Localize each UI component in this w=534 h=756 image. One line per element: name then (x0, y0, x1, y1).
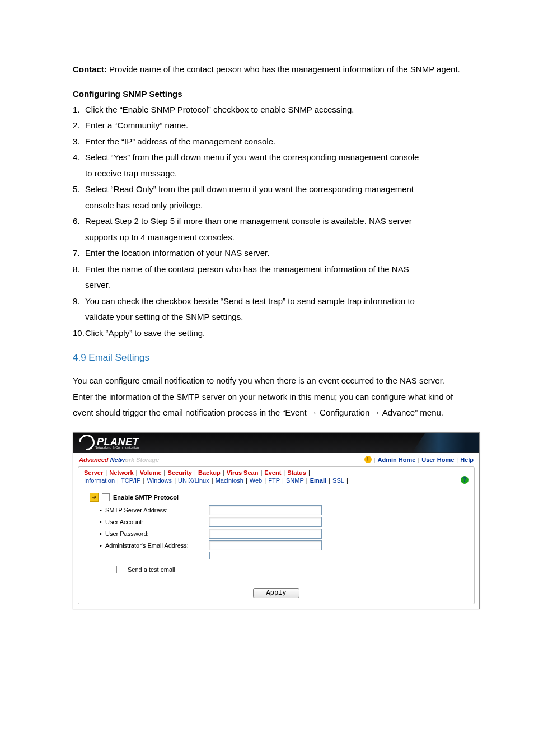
primary-tab[interactable]: Event (264, 469, 281, 476)
row-admin-email-2 (209, 552, 463, 559)
section-divider (73, 367, 461, 367)
row-test-email: Send a test email (116, 566, 463, 573)
label-smtp-address: SMTP Server Address: (105, 507, 209, 514)
step-item: 2. Enter a “Community” name. (73, 118, 461, 134)
contact-text: Provide name of the contact person who h… (107, 64, 460, 74)
form-area: ➔ Enable SMTP Protocol • SMTP Server Add… (78, 487, 474, 581)
apply-button[interactable]: Apply (253, 588, 299, 598)
primary-tab[interactable]: Security (168, 469, 192, 476)
label-user-account: User Account: (105, 519, 209, 525)
label-user-password: User Password: (105, 530, 209, 537)
secondary-tabs: Information | TCP/IP | Windows | UNIX/Li… (78, 476, 474, 487)
screenshot-subheader: Advanced Network Storage ! | Admin Home … (73, 453, 479, 466)
test-email-checkbox[interactable] (116, 566, 124, 573)
header-swoosh (412, 433, 479, 453)
secondary-tab[interactable]: Email (310, 477, 326, 484)
section-body-email: You can configure email notification to … (73, 373, 461, 421)
secondary-tab[interactable]: FTP (268, 477, 280, 484)
link-user-home[interactable]: User Home (421, 456, 454, 463)
secondary-tab[interactable]: SSL (332, 477, 344, 484)
step-item-continuation: server. (73, 277, 461, 293)
step-item: 5. Select “Read Only” from the pull down… (73, 181, 461, 198)
step-item: 7. Enter the location information of you… (73, 245, 461, 262)
primary-tab[interactable]: Status (287, 469, 306, 476)
step-item: 1. Click the “Enable SNMP Protocol” chec… (73, 102, 461, 118)
screenshot-email-settings: PLANET Networking & Communication Advanc… (73, 432, 480, 609)
settings-panel: Server | Network | Volume | Security | B… (78, 466, 475, 604)
step-item-continuation: supports up to 4 management consoles. (73, 230, 461, 246)
step-item: 4. Select “Yes” from the pull down menu … (73, 150, 461, 166)
primary-tab[interactable]: Volume (140, 469, 162, 476)
primary-tab[interactable]: Server (84, 469, 103, 476)
brand-title: Advanced Network Storage (79, 456, 159, 463)
input-admin-email-2[interactable] (209, 552, 210, 559)
step-item-continuation: validate your setting of the SNMP settin… (73, 309, 461, 325)
subheading-configuring: Configuring SNMP Settings (73, 89, 461, 99)
row-user-account: • User Account: (100, 517, 463, 527)
input-admin-email-1[interactable] (209, 540, 322, 550)
secondary-tab[interactable]: Macintosh (216, 477, 243, 484)
enable-smtp-row: ➔ Enable SMTP Protocol (90, 493, 463, 502)
step-item: 3. Enter the “IP” address of the managem… (73, 134, 461, 150)
apply-row: Apply (78, 581, 474, 604)
section-heading-email: 4.9 Email Settings (73, 352, 461, 363)
step-item: 8. Enter the name of the contact person … (73, 262, 461, 278)
row-smtp-address: • SMTP Server Address: (100, 505, 463, 515)
row-user-password: • User Password: (100, 529, 463, 539)
step-item-continuation: console has read only privilege. (73, 198, 461, 214)
secondary-tab[interactable]: Information (84, 477, 115, 484)
secondary-tab[interactable]: Windows (147, 477, 172, 484)
contact-paragraph: Contact: Provide name of the contact per… (73, 62, 461, 78)
primary-tab[interactable]: Virus Scan (227, 469, 259, 476)
step-item: 6. Repeat Step 2 to Step 5 if more than … (73, 213, 461, 230)
row-admin-email: • Administrator's Email Address: (100, 540, 463, 550)
link-admin-home[interactable]: Admin Home (378, 456, 416, 463)
primary-tab[interactable]: Network (109, 469, 133, 476)
input-user-password[interactable] (209, 529, 322, 539)
secondary-tab[interactable]: SNMP (286, 477, 304, 484)
enable-smtp-checkbox[interactable] (102, 493, 110, 501)
screenshot-header: PLANET Networking & Communication (73, 433, 479, 453)
test-email-label: Send a test email (128, 566, 175, 573)
step-item: 10. Click “Apply” to save the setting. (73, 325, 461, 342)
alert-icon[interactable]: ! (364, 456, 372, 463)
primary-tabs: Server | Network | Volume | Security | B… (78, 467, 474, 476)
steps-list: 1. Click the “Enable SNMP Protocol” chec… (73, 102, 461, 342)
contact-label: Contact: (73, 64, 107, 74)
enable-smtp-label: Enable SMTP Protocol (113, 494, 179, 501)
logo-swirl-icon (76, 431, 97, 453)
logo-tagline: Networking & Communication (95, 446, 139, 449)
help-icon[interactable]: ? (461, 476, 469, 484)
secondary-tab[interactable]: Web (250, 477, 262, 484)
secondary-tab[interactable]: TCP/IP (121, 477, 140, 484)
primary-tab[interactable]: Backup (198, 469, 221, 476)
secondary-tab[interactable]: UNIX/Linux (178, 477, 209, 484)
link-help[interactable]: Help (460, 456, 474, 463)
input-smtp-address[interactable] (209, 505, 322, 515)
step-item-continuation: to receive trap message. (73, 166, 461, 182)
step-item: 9. You can check the checkbox beside “Se… (73, 293, 461, 310)
arrow-icon: ➔ (90, 493, 99, 502)
label-admin-email: Administrator's Email Address: (105, 542, 209, 549)
header-links: ! | Admin Home | User Home | Help (364, 456, 474, 463)
input-user-account[interactable] (209, 517, 322, 527)
